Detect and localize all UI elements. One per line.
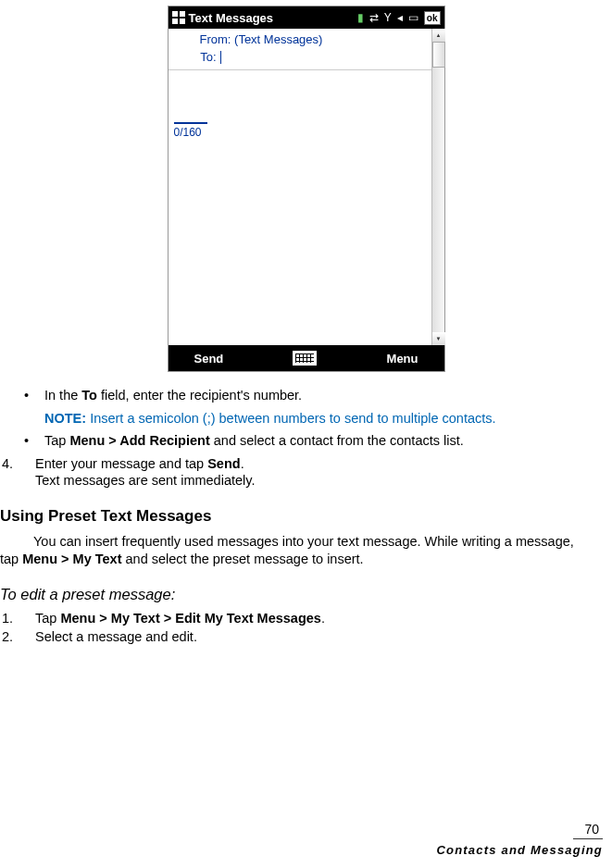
- bullet-icon: •: [24, 387, 44, 404]
- list-number: 4.: [0, 455, 35, 490]
- bullet-icon: •: [24, 432, 44, 450]
- status-title: Text Messages: [189, 11, 274, 25]
- list-text: Tap Menu > My Text > Edit My Text Messag…: [35, 610, 592, 627]
- sync-icon: ⇄: [369, 11, 379, 24]
- list-item: 2. Select a message and edit.: [0, 628, 592, 646]
- list-item: 4. Enter your message and tap Send.Text …: [0, 455, 592, 490]
- scroll-down-icon[interactable]: ▼: [432, 332, 445, 345]
- bottom-bar: Send Menu: [169, 345, 444, 371]
- bullet-text: Tap Menu > Add Recipient and select a co…: [44, 432, 592, 450]
- windows-logo-icon: [172, 11, 185, 24]
- note-block: NOTE: Insert a semicolon (;) between num…: [44, 410, 592, 428]
- phone-screenshot: Text Messages ▮ ⇄ Y ◂ ▭ ok From: (Text M…: [168, 6, 445, 372]
- list-text: Enter your message and tap Send.Text mes…: [35, 455, 592, 490]
- page-number: 70: [436, 822, 603, 837]
- menu-button[interactable]: Menu: [387, 352, 418, 366]
- message-compose-area: From: (Text Messages) To: 0/160 ▲ ▼: [169, 29, 444, 345]
- keyboard-icon[interactable]: [293, 351, 317, 366]
- text-cursor-icon: [220, 51, 221, 64]
- scroll-up-icon[interactable]: ▲: [432, 29, 445, 42]
- from-field[interactable]: From: (Text Messages): [169, 29, 444, 48]
- svg-rect-2: [172, 19, 178, 24]
- scroll-thumb[interactable]: [432, 42, 445, 68]
- bullet-text: In the To field, enter the recipient's n…: [44, 387, 592, 404]
- ok-button[interactable]: ok: [424, 11, 441, 25]
- list-number: 2.: [0, 628, 35, 646]
- document-content: • In the To field, enter the recipient's…: [0, 372, 612, 646]
- char-counter: 0/160: [169, 124, 444, 141]
- heading-edit-preset: To edit a preset message:: [0, 585, 592, 604]
- svg-rect-3: [180, 19, 185, 24]
- list-text: Select a message and edit.: [35, 628, 592, 646]
- list-item: • Tap Menu > Add Recipient and select a …: [24, 432, 592, 450]
- list-item: 1. Tap Menu > My Text > Edit My Text Mes…: [0, 610, 592, 627]
- speaker-icon: ◂: [397, 11, 403, 24]
- send-button[interactable]: Send: [194, 352, 224, 366]
- footer-divider: [573, 838, 603, 839]
- scrollbar[interactable]: ▲ ▼: [431, 29, 444, 345]
- to-field[interactable]: To:: [169, 48, 444, 69]
- list-item: • In the To field, enter the recipient's…: [24, 387, 592, 404]
- battery-icon: ▭: [408, 11, 418, 24]
- note-text: Insert a semicolon (;) between numbers t…: [86, 411, 495, 426]
- footer-title: Contacts and Messaging: [436, 843, 603, 857]
- heading-preset: Using Preset Text Messages: [0, 506, 592, 527]
- page-footer: 70 Contacts and Messaging: [436, 822, 603, 857]
- divider: [169, 69, 444, 70]
- to-label: To:: [176, 50, 220, 64]
- signal-icon: ▮: [357, 11, 364, 24]
- status-bar: Text Messages ▮ ⇄ Y ◂ ▭ ok: [169, 6, 444, 29]
- paragraph: You can insert frequently used messages …: [0, 533, 592, 567]
- note-label: NOTE:: [44, 411, 86, 426]
- antenna-icon: Y: [384, 11, 392, 24]
- list-number: 1.: [0, 610, 35, 627]
- svg-rect-1: [180, 11, 185, 17]
- svg-rect-0: [172, 11, 178, 17]
